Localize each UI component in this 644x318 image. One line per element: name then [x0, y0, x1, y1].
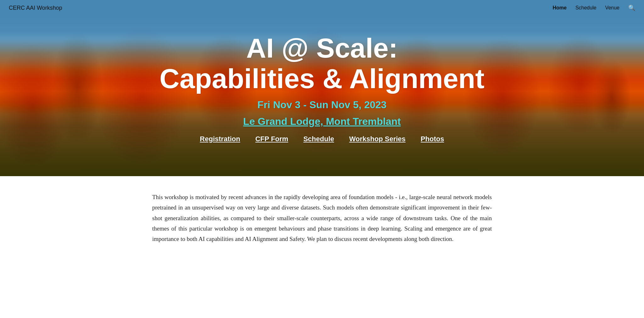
hero-title-line2: Capabilities & Alignment	[159, 63, 484, 94]
navigation: CERC AAI Workshop Home Schedule Venue 🔍	[0, 0, 644, 16]
photos-link[interactable]: Photos	[421, 135, 444, 143]
nav-venue[interactable]: Venue	[605, 5, 619, 10]
hero-section: AI @ Scale: Capabilities & Alignment Fri…	[0, 0, 644, 176]
workshop-series-link[interactable]: Workshop Series	[349, 135, 406, 143]
workshop-description: This workshop is motivated by recent adv…	[152, 192, 492, 244]
hero-venue[interactable]: Le Grand Lodge, Mont Tremblant	[243, 116, 401, 127]
schedule-link[interactable]: Schedule	[303, 135, 334, 143]
site-logo[interactable]: CERC AAI Workshop	[9, 5, 62, 11]
nav-menu: Home Schedule Venue 🔍	[552, 4, 635, 11]
search-icon[interactable]: 🔍	[628, 5, 635, 11]
hero-title: AI @ Scale: Capabilities & Alignment	[159, 33, 484, 94]
registration-link[interactable]: Registration	[200, 135, 240, 143]
hero-title-line1: AI @ Scale:	[246, 32, 398, 64]
hero-links: Registration CFP Form Schedule Workshop …	[200, 135, 444, 143]
nav-schedule[interactable]: Schedule	[575, 5, 597, 10]
hero-content: AI @ Scale: Capabilities & Alignment Fri…	[147, 33, 497, 143]
hero-date: Fri Nov 3 - Sun Nov 5, 2023	[258, 99, 387, 111]
main-content: This workshop is motivated by recent adv…	[102, 176, 542, 263]
nav-home[interactable]: Home	[552, 5, 566, 10]
cfp-form-link[interactable]: CFP Form	[255, 135, 288, 143]
